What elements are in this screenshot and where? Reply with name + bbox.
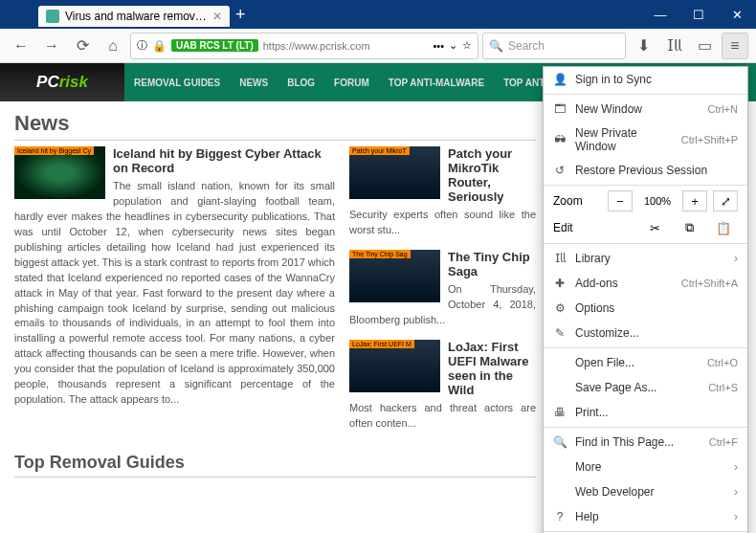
search-box[interactable]: 🔍 Search [482, 33, 626, 59]
browser-toolbar: ← → ⟳ ⌂ ⓘ 🔒 UAB RCS LT (LT) https://www.… [0, 29, 756, 63]
nav-blog[interactable]: BLOG [278, 63, 324, 101]
mask-icon: 🕶 [553, 133, 567, 146]
nav-removal-guides[interactable]: REMOVAL GUIDES [124, 63, 230, 101]
article-3-thumb[interactable]: LoJax: First UEFI M [349, 340, 440, 392]
menu-edit-row: Edit ✂ ⧉ 📋 [544, 214, 747, 241]
menu-new-private[interactable]: 🕶New Private WindowCtrl+Shift+P [544, 122, 747, 158]
browser-tab[interactable]: Virus and malware removal ins ✕ [38, 6, 230, 27]
zoom-label: Zoom [553, 194, 602, 208]
menu-open-file[interactable]: Open File...Ctrl+O [544, 350, 747, 375]
nav-forum[interactable]: FORUM [324, 63, 379, 101]
article-1-thumb[interactable]: Patch your MikroT [349, 146, 440, 199]
menu-web-developer[interactable]: Web Developer› [544, 479, 747, 504]
menu-library[interactable]: 𝖨𝗅𝗅Library› [544, 246, 747, 271]
firefox-app-menu: 👤Sign in to Sync 🗔New WindowCtrl+N 🕶New … [543, 66, 748, 533]
address-bar[interactable]: ⓘ 🔒 UAB RCS LT (LT) https://www.pcrisk.c… [130, 33, 478, 59]
page-actions-icon[interactable]: ••• [433, 40, 444, 52]
article-2: The Tiny Chip Sag The Tiny Chip Saga On … [349, 250, 536, 328]
lock-icon: 🔒 [152, 39, 167, 53]
forward-button[interactable]: → [38, 33, 65, 59]
search-placeholder: Search [508, 39, 545, 53]
lead-body: The small island nation, known for its s… [14, 179, 335, 408]
window-titlebar: Virus and malware removal ins ✕ + — ☐ ✕ [0, 0, 756, 29]
search-icon: 🔍 [489, 39, 503, 53]
menu-separator [544, 243, 747, 244]
menu-separator [544, 94, 747, 95]
menu-separator [544, 185, 747, 186]
edit-label: Edit [553, 221, 634, 234]
top-removal-heading: Top Removal Guides [14, 453, 536, 477]
library-button[interactable]: 𝖨𝗅𝗅 [660, 33, 687, 59]
tab-close-icon[interactable]: ✕ [212, 10, 222, 23]
window-maximize-button[interactable]: ☐ [679, 0, 718, 29]
article-1-body: Security experts often sound like the wo… [349, 208, 536, 238]
nav-news[interactable]: NEWS [230, 63, 278, 101]
pocket-icon[interactable]: ⌄ [449, 39, 457, 52]
menu-options[interactable]: ⚙Options [544, 296, 747, 321]
back-button[interactable]: ← [8, 33, 34, 59]
help-icon: ? [553, 510, 567, 523]
menu-zoom-row: Zoom − 100% + ⤢ [544, 188, 747, 214]
lead-thumb[interactable]: Iceland hit by Biggest Cy [14, 146, 105, 199]
gear-icon: ⚙ [553, 301, 567, 315]
article-3-body: Most hackers and threat actors are often… [349, 401, 536, 432]
hamburger-menu-button[interactable]: ≡ [722, 33, 748, 59]
downloads-button[interactable]: ⬇ [630, 33, 656, 59]
menu-find[interactable]: 🔍Find in This Page...Ctrl+F [544, 430, 747, 455]
window-minimize-button[interactable]: — [641, 0, 679, 29]
tab-title: Virus and malware removal ins [65, 10, 207, 23]
lead-thumb-label: Iceland hit by Biggest Cy [14, 146, 94, 155]
sidebar-button[interactable]: ▭ [691, 33, 718, 59]
chevron-right-icon: › [734, 485, 738, 499]
news-heading: News [14, 111, 536, 141]
article-2-thumb-label: The Tiny Chip Sag [349, 250, 411, 258]
page-content: PCrisk REMOVAL GUIDES NEWS BLOG FORUM TO… [0, 63, 756, 533]
library-icon: 𝖨𝗅𝗅 [553, 252, 567, 265]
restore-icon: ↺ [553, 164, 567, 177]
menu-save-as[interactable]: Save Page As...Ctrl+S [544, 375, 747, 400]
article-2-thumb[interactable]: The Tiny Chip Sag [349, 250, 440, 302]
zoom-out-button[interactable]: − [608, 190, 633, 211]
article-1-thumb-label: Patch your MikroT [349, 146, 410, 155]
home-button[interactable]: ⌂ [100, 33, 126, 59]
paste-button[interactable]: 📋 [709, 217, 738, 238]
menu-customize[interactable]: ✎Customize... [544, 321, 747, 345]
url-text: https://www.pcrisk.com [263, 40, 429, 52]
info-icon[interactable]: ⓘ [137, 38, 147, 53]
menu-separator [544, 531, 747, 532]
site-logo[interactable]: PCrisk [0, 63, 124, 101]
menu-sign-in[interactable]: 👤Sign in to Sync [544, 67, 747, 92]
print-icon: 🖶 [553, 406, 567, 419]
menu-separator [544, 347, 747, 348]
menu-restore-session[interactable]: ↺Restore Previous Session [544, 158, 747, 183]
window-close-button[interactable]: ✕ [718, 0, 756, 29]
menu-help[interactable]: ?Help› [544, 504, 747, 529]
cut-button[interactable]: ✂ [640, 217, 669, 238]
zoom-value: 100% [638, 195, 677, 207]
chevron-right-icon: › [734, 510, 738, 523]
article-3-thumb-label: LoJax: First UEFI M [349, 340, 414, 348]
chevron-right-icon: › [734, 252, 738, 265]
search-icon: 🔍 [553, 435, 567, 449]
window-icon: 🗔 [553, 102, 567, 116]
paint-icon: ✎ [553, 326, 567, 340]
nav-antimalware[interactable]: TOP ANTI-MALWARE [379, 63, 494, 101]
menu-addons[interactable]: ✚Add-onsCtrl+Shift+A [544, 271, 747, 296]
tab-favicon [46, 10, 59, 23]
reload-button[interactable]: ⟳ [69, 33, 96, 59]
menu-separator [544, 427, 747, 428]
cert-badge: UAB RCS LT (LT) [171, 39, 258, 52]
copy-button[interactable]: ⧉ [675, 217, 703, 238]
logo-part1: PC [36, 73, 59, 92]
article-1: Patch your MikroT Patch your MikroTik Ro… [349, 146, 536, 238]
menu-print[interactable]: 🖶Print... [544, 400, 747, 425]
lead-article: Iceland hit by Biggest Cy Iceland hit by… [14, 146, 335, 432]
logo-part2: risk [59, 73, 88, 92]
article-3: LoJax: First UEFI M LoJax: First UEFI Ma… [349, 340, 536, 432]
new-tab-button[interactable]: + [235, 5, 246, 25]
zoom-in-button[interactable]: + [682, 190, 707, 211]
menu-new-window[interactable]: 🗔New WindowCtrl+N [544, 97, 747, 122]
fullscreen-button[interactable]: ⤢ [713, 190, 738, 211]
menu-more[interactable]: More› [544, 455, 747, 479]
bookmark-icon[interactable]: ☆ [462, 39, 472, 52]
